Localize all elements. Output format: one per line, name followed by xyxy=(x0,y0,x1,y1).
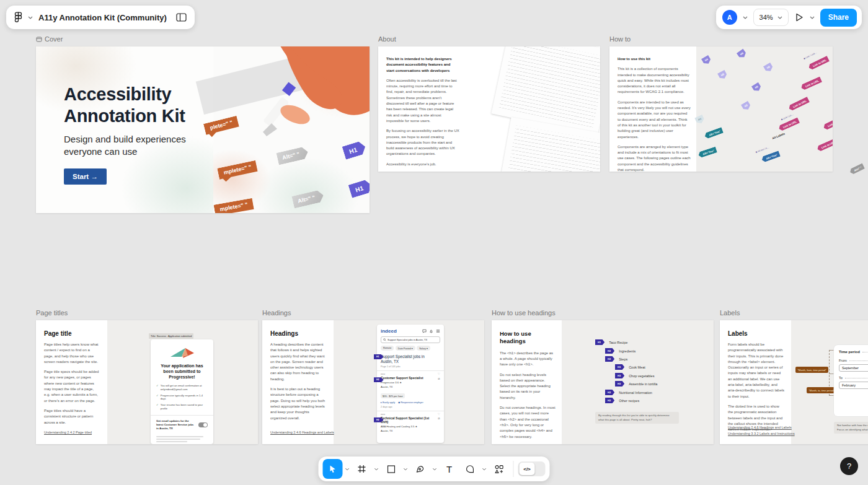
frame-label-headings[interactable]: Headings xyxy=(262,308,291,317)
start-button[interactable]: Start → xyxy=(64,168,107,185)
hierarchy-note: By reading through this list you're able… xyxy=(595,412,679,424)
filter-pill[interactable]: Salary ▾ xyxy=(417,346,430,351)
check-item: Your resume has been saved to your profi… xyxy=(161,403,208,411)
canvas-frame-page-titles[interactable]: Page title Page titles help users know w… xyxy=(36,320,258,444)
canvas-frame-labels[interactable]: Labels Form labels should be programmati… xyxy=(720,320,868,444)
frame-label-about[interactable]: About xyxy=(378,35,396,43)
how-to-paragraph: This kit is a collection of components i… xyxy=(618,66,691,95)
wcag-link[interactable]: Understanding 3.3.2 Labels and Instructi… xyxy=(728,432,795,435)
title-annotation-tag: Title: Success - Application submitted xyxy=(149,333,193,339)
comment-tool[interactable] xyxy=(460,459,480,479)
heading-text: Steps xyxy=(619,357,627,361)
frame-label-cover[interactable]: Cover xyxy=(36,35,63,43)
canvas-frame-about[interactable]: This kit is intended to help designers d… xyxy=(378,46,600,172)
canvas-frame-headings[interactable]: Headings A heading describes the content… xyxy=(262,320,484,444)
resources-tool[interactable] xyxy=(489,459,509,479)
present-icon[interactable] xyxy=(794,12,804,22)
heading-text: Cook Meat xyxy=(629,365,645,369)
chevron-down-icon xyxy=(777,16,782,19)
heading-text: Other recipes xyxy=(619,399,639,403)
page-titles-paragraph: Page titles should have a consistent str… xyxy=(44,408,100,426)
time-period-form[interactable]: Time period From September ▾ To February… xyxy=(834,345,868,416)
search-input[interactable]: Support Specialist jobs in Austin, TX xyxy=(381,336,440,343)
job-title[interactable]: Customer Support Specialist xyxy=(381,376,430,380)
sticker-tag: mplete=" " xyxy=(213,198,255,213)
text-tool[interactable]: T xyxy=(440,459,459,479)
sticker-tag: Alt=" " xyxy=(291,190,325,209)
canvas-frame-cover[interactable]: Accessibility Annotation Kit Design and … xyxy=(36,46,370,213)
filter-pill[interactable]: Remote xyxy=(381,346,394,351)
indeed-phone-mockup[interactable]: indeed Support Specialist jobs in Austin… xyxy=(377,325,444,443)
file-title[interactable]: A11y Annotation Kit (Community) xyxy=(38,13,167,22)
zoom-control[interactable]: 34% xyxy=(753,9,789,26)
wcag-link[interactable]: Understanding 2.4.2 Page titled xyxy=(44,430,92,434)
dev-mode-toggle[interactable]: </> xyxy=(518,461,546,476)
save-job-icon[interactable]: ♡ xyxy=(438,373,440,376)
from-month-select[interactable]: September ▾ xyxy=(839,364,868,372)
sticker-tag: mplete=" " xyxy=(217,160,259,183)
save-job-icon[interactable]: ♡ xyxy=(438,413,440,416)
tools-toolbar: T </> xyxy=(319,457,550,481)
frame-tool[interactable] xyxy=(352,459,372,479)
heading-level-tag: H2 xyxy=(605,356,614,362)
notifications-icon[interactable] xyxy=(429,329,433,333)
chevron-down-icon[interactable] xyxy=(743,16,748,19)
share-button[interactable]: Share xyxy=(820,9,857,27)
job-title[interactable]: Technical Support Specialist (1st shift) xyxy=(381,416,430,424)
avatar[interactable]: A xyxy=(722,10,737,25)
labels-heading: Labels xyxy=(728,330,785,337)
frame-label-page-titles[interactable]: Page titles xyxy=(36,308,68,317)
about-paragraph: By focusing on accessibility earlier in … xyxy=(386,128,459,157)
heading-text: Ingredients xyxy=(619,349,636,353)
about-paragraph: Accessibility is everyone's job. xyxy=(386,162,459,167)
chevron-down-icon[interactable] xyxy=(431,459,439,479)
filter-pill[interactable]: Date Posted ▾ xyxy=(396,346,415,351)
section-icon xyxy=(36,37,42,42)
move-tool[interactable] xyxy=(323,459,343,479)
card-title: Your application has been submitted to P… xyxy=(151,363,213,380)
job-perk: ▸ Easily apply xyxy=(381,401,395,404)
help-button[interactable]: ? xyxy=(840,457,858,475)
figma-logo-icon[interactable] xyxy=(14,12,22,24)
chevron-down-icon[interactable] xyxy=(480,459,489,479)
screen-reader-callout: “Month, to, time period” xyxy=(807,387,836,393)
pen-tool[interactable] xyxy=(410,459,430,479)
frame-label-how-to[interactable]: How to xyxy=(609,35,631,43)
how-to-paragraph: Components are intended to be used as ne… xyxy=(618,100,691,140)
page-titles-paragraph: Page titles help users know what content… xyxy=(44,342,100,365)
frame-label-labels[interactable]: Labels xyxy=(720,308,740,317)
chevron-down-icon[interactable] xyxy=(373,459,381,479)
how-to-paragraph: Components are arranged by element type … xyxy=(618,144,691,172)
check-item: You will get an email confirmation at on… xyxy=(161,384,208,391)
heading-level-tag: H2 xyxy=(605,390,614,395)
chevron-down-icon[interactable] xyxy=(810,16,815,19)
messages-icon[interactable] xyxy=(422,329,427,333)
canvas-frame-how-to[interactable]: How to use this kit This kit is a collec… xyxy=(609,46,833,172)
email-updates-toggle[interactable] xyxy=(198,422,208,427)
menu-icon[interactable] xyxy=(436,329,440,333)
toggle-sidebar-icon[interactable] xyxy=(176,13,187,22)
results-h1: Support Specialist jobs in Austin, TX xyxy=(381,354,433,364)
check-item: Progressive typically responds in 1-4 da… xyxy=(161,394,208,401)
hide-job-icon[interactable]: ⊘ xyxy=(438,378,440,381)
wcag-link[interactable]: Understanding 2.4.6 Headings and Labels xyxy=(270,430,334,434)
wcag-link[interactable]: Understanding 2.4.6 Headings and Labels xyxy=(728,426,792,429)
labels-note: Not familiar with how the screen reader … xyxy=(834,422,868,434)
about-intro: This kit is intended to help designers d… xyxy=(386,56,459,74)
application-submitted-card[interactable]: Your application has been submitted to P… xyxy=(151,339,213,444)
from-label: From xyxy=(839,359,847,362)
to-month-select[interactable]: February ▾ xyxy=(839,382,868,389)
frame-label-how-to-use-headings[interactable]: How to use headings xyxy=(492,308,556,317)
htuh-paragraph: The <h1> describes the page as a whole. … xyxy=(500,351,556,368)
chevron-down-icon[interactable] xyxy=(343,459,352,479)
labels-paragraph: Form labels should be programmatically a… xyxy=(728,342,785,400)
search-icon xyxy=(383,338,386,341)
sticker-tag: H1 xyxy=(348,178,370,198)
rectangle-tool[interactable] xyxy=(381,459,401,479)
canvas-frame-how-to-use-headings[interactable]: How to use headings The <h1> describes t… xyxy=(492,320,714,444)
hide-job-icon[interactable]: ⊘ xyxy=(438,417,440,421)
chevron-down-icon[interactable] xyxy=(28,16,33,19)
heading-text: Taco Recipe xyxy=(609,341,627,344)
chevron-down-icon[interactable] xyxy=(402,459,410,479)
job-perk: ◆ Responsive employer xyxy=(398,401,423,404)
